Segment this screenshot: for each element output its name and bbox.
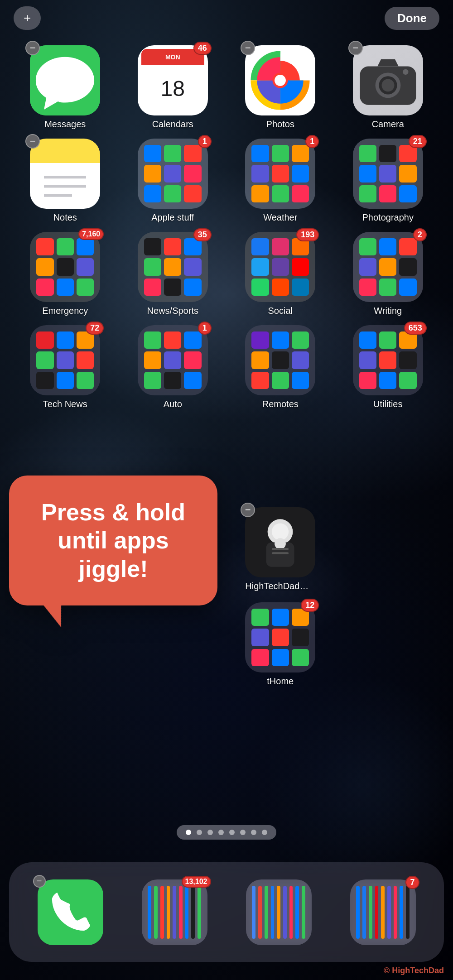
svg-point-8 xyxy=(275,75,286,86)
minus-button[interactable]: − xyxy=(25,41,40,55)
add-button[interactable]: + xyxy=(14,6,41,30)
notification-badge: 13,102 xyxy=(182,876,211,888)
page-dot[interactable] xyxy=(229,830,235,835)
notification-badge: 193 xyxy=(296,228,319,241)
app-label: Remotes xyxy=(262,399,299,409)
minus-button[interactable]: − xyxy=(241,41,255,55)
page-dot[interactable] xyxy=(240,830,246,835)
app-label: tHome xyxy=(267,676,294,687)
app-label: Notes xyxy=(53,212,77,223)
app-item-apple-stuff[interactable]: 1Apple stuff xyxy=(121,139,225,223)
page-dot[interactable] xyxy=(197,830,202,835)
notification-badge: 7,160 xyxy=(78,228,104,240)
app-grid: − Messages MON 18 46Calendars− Photos− xyxy=(0,36,453,418)
svg-point-13 xyxy=(403,69,408,75)
app-label: Writing xyxy=(374,306,402,316)
app-item-empty[interactable] xyxy=(121,602,225,687)
app-item-messages[interactable]: − Messages xyxy=(14,45,117,130)
app-item-notes[interactable]: − Notes xyxy=(14,139,117,223)
app-label: Camera xyxy=(372,119,404,130)
notification-badge: 12 xyxy=(301,599,319,612)
notification-badge: 1 xyxy=(305,135,319,148)
done-button[interactable]: Done xyxy=(385,7,439,30)
notification-badge: 2 xyxy=(413,228,427,241)
page-dot[interactable] xyxy=(262,830,267,835)
app-item-weather[interactable]: 1Weather xyxy=(229,139,332,223)
app-label: HighTechDad™... xyxy=(245,581,315,591)
app-item-folder-dock3[interactable]: 7 xyxy=(350,879,416,945)
svg-rect-23 xyxy=(272,552,289,554)
app-item-thome[interactable]: 12tHome xyxy=(229,602,332,687)
notification-badge: 21 xyxy=(409,135,427,148)
app-label: Calendars xyxy=(152,119,193,130)
app-label: Utilities xyxy=(373,399,402,409)
app-label: Tech News xyxy=(43,399,87,409)
copyright: © HighTechDad xyxy=(384,966,444,975)
app-item-folder-dock1[interactable]: 13,102 xyxy=(142,879,207,945)
app-item-tech-news[interactable]: 72Tech News xyxy=(14,325,117,409)
app-item-hightechdad----[interactable]: − HighTechDad™... xyxy=(229,507,332,591)
notification-badge: 72 xyxy=(86,322,104,335)
notification-badge: 1 xyxy=(198,135,212,148)
app-item-remotes[interactable]: Remotes xyxy=(229,325,332,409)
app-item-emergency[interactable]: 7,160Emergency xyxy=(14,232,117,316)
app-item-writing[interactable]: 2Writing xyxy=(337,232,440,316)
notification-badge: 46 xyxy=(193,42,212,55)
speech-bubble-text: Press & hold until apps jiggle! xyxy=(32,498,195,583)
app-item-photography[interactable]: 21Photography xyxy=(337,139,440,223)
app-label: Social xyxy=(268,306,293,316)
app-item-folder-dock2[interactable] xyxy=(246,879,312,945)
app-item-camera[interactable]: − Camera xyxy=(337,45,440,130)
page-dot[interactable] xyxy=(186,830,191,835)
app-label: News/Sports xyxy=(147,306,198,316)
app-item-utilities[interactable]: 653Utilities xyxy=(337,325,440,409)
app-label: Messages xyxy=(44,119,86,130)
minus-button[interactable]: − xyxy=(33,875,46,888)
minus-button[interactable]: − xyxy=(348,41,363,55)
notification-badge: 653 xyxy=(404,322,427,335)
svg-point-12 xyxy=(381,79,394,91)
app-item-phone[interactable]: − xyxy=(38,879,103,945)
app-label: Weather xyxy=(263,212,297,223)
app-item-auto[interactable]: 1Auto xyxy=(121,325,225,409)
minus-button[interactable]: − xyxy=(25,134,40,149)
app-label: Apple stuff xyxy=(151,212,194,223)
page-dot-container xyxy=(177,825,276,840)
app-label: Emergency xyxy=(42,306,88,316)
notification-badge: 7 xyxy=(405,876,419,889)
top-bar: + Done xyxy=(0,0,453,36)
app-item-empty[interactable] xyxy=(14,602,117,687)
app-item-empty[interactable] xyxy=(337,507,440,591)
app-item-social[interactable]: 193Social xyxy=(229,232,332,316)
dock: − 13,102 7 xyxy=(9,862,444,962)
app-item-calendars[interactable]: MON 18 46Calendars xyxy=(121,45,225,130)
page-dot[interactable] xyxy=(207,830,213,835)
app-label: Auto xyxy=(164,399,182,409)
svg-rect-22 xyxy=(272,548,289,550)
svg-point-21 xyxy=(275,538,286,549)
notification-badge: 1 xyxy=(198,322,212,335)
minus-button[interactable]: − xyxy=(241,503,255,517)
page-dot[interactable] xyxy=(218,830,224,835)
app-item-news-sports[interactable]: 35News/Sports xyxy=(121,232,225,316)
app-label: Photos xyxy=(266,119,294,130)
app-item-photos[interactable]: − Photos xyxy=(229,45,332,130)
notification-badge: 35 xyxy=(193,228,212,241)
app-label: Photography xyxy=(362,212,414,223)
svg-point-19 xyxy=(272,524,289,540)
page-dot[interactable] xyxy=(251,830,256,835)
page-dots xyxy=(0,825,453,840)
speech-bubble: Press & hold until apps jiggle! xyxy=(9,476,217,605)
app-item-empty[interactable] xyxy=(337,602,440,687)
